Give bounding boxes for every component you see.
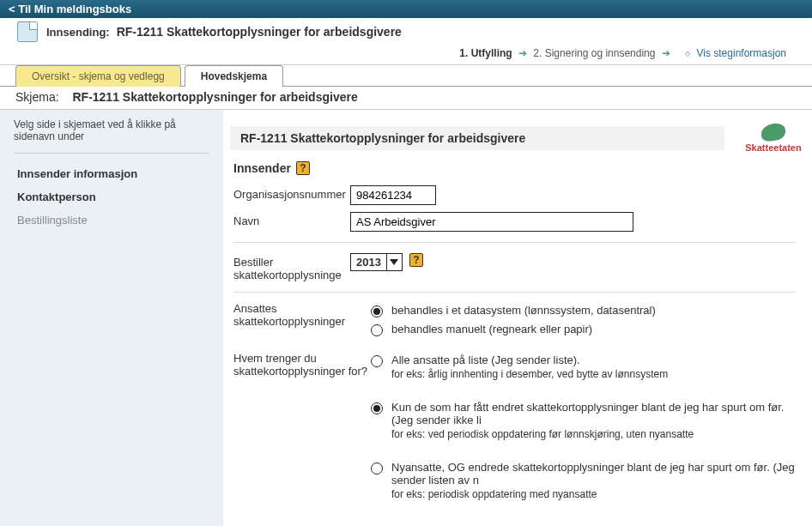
hvem-label: Hvem trenger du skattekortopplysninger f… xyxy=(233,351,371,518)
chevron-down-icon[interactable] xyxy=(386,254,402,270)
orgnr-input[interactable] xyxy=(350,185,436,205)
navn-input[interactable] xyxy=(350,212,633,232)
radio-alle[interactable] xyxy=(371,355,383,367)
ansattes-label: Ansattes skattekortopplysninger xyxy=(233,301,371,339)
orgnr-label: Organisasjonsnummer xyxy=(233,185,350,201)
section-innsender-title: Innsender xyxy=(233,161,291,175)
separator xyxy=(233,292,795,293)
arrow-icon: ➔ xyxy=(662,47,670,59)
form-title: RF-1211 Skattekortopplysninger for arbei… xyxy=(230,126,724,150)
header-label: Innsending: xyxy=(46,26,110,39)
header-title: RF-1211 Skattekortopplysninger for arbei… xyxy=(117,25,402,39)
sidebar-item-bestillingsliste[interactable]: Bestillingsliste xyxy=(14,209,209,232)
help-icon[interactable]: ? xyxy=(409,253,423,267)
back-link[interactable]: < Til Min meldingsboks xyxy=(9,3,131,15)
sidebar-hint: Velg side i skjemaet ved å klikke på sid… xyxy=(14,118,209,154)
step-info-link[interactable]: Vis steginformasjon xyxy=(697,47,787,59)
navn-label: Navn xyxy=(233,212,350,227)
radio-datasystem[interactable] xyxy=(371,305,383,317)
radio-nyansatte[interactable] xyxy=(371,463,383,475)
radio-endrede[interactable] xyxy=(371,402,383,414)
sidebar-item-kontaktperson[interactable]: Kontaktperson xyxy=(14,185,209,209)
step-2: 2. Signering og innsending xyxy=(533,47,655,59)
bestiller-label: Bestiller skattekortopplysninge xyxy=(233,253,350,281)
radio-endrede-sub: for eks: ved periodisk oppdatering før l… xyxy=(391,428,809,440)
square-icon: ◇ xyxy=(685,50,690,57)
radio-alle-label: Alle ansatte på liste (Jeg sender liste)… xyxy=(391,354,809,366)
document-icon xyxy=(17,21,38,42)
radio-alle-sub: for eks: årlig innhenting i desember, ve… xyxy=(391,368,809,380)
sidebar: Velg side i skjemaet ved å klikke på sid… xyxy=(0,110,223,526)
logo-icon xyxy=(761,122,785,142)
sidebar-item-innsender[interactable]: Innsender informasjon xyxy=(14,162,209,185)
step-1: 1. Utfylling xyxy=(459,47,512,59)
tab-main[interactable]: Hovedskjema xyxy=(185,65,283,87)
arrow-icon: ➔ xyxy=(518,47,527,59)
help-icon[interactable]: ? xyxy=(296,161,310,175)
radio-endrede-label: Kun de som har fått endret skattekortopp… xyxy=(391,401,809,426)
year-select[interactable]: 2013 xyxy=(350,253,403,271)
radio-nyansatte-label: Nyansatte, OG endrede skattekortopplysni… xyxy=(391,461,809,487)
year-value: 2013 xyxy=(351,254,386,270)
radio-manuelt-label: behandles manuelt (regneark eller papir) xyxy=(391,323,809,336)
skjema-label: Skjema: xyxy=(15,90,59,104)
tab-overview[interactable]: Oversikt - skjema og vedlegg xyxy=(15,65,181,87)
skjema-value: RF-1211 Skattekortopplysninger for arbei… xyxy=(72,90,357,104)
skatteetaten-logo: Skatteetaten xyxy=(735,124,812,153)
radio-manuelt[interactable] xyxy=(371,324,383,336)
radio-nyansatte-sub: for eks: periodisk oppdatering med nyans… xyxy=(391,488,809,500)
step-indicator: 1. Utfylling ➔ 2. Signering og innsendin… xyxy=(0,45,812,63)
radio-datasystem-label: behandles i et datasystem (lønnssystem, … xyxy=(391,304,809,317)
separator xyxy=(233,242,795,243)
